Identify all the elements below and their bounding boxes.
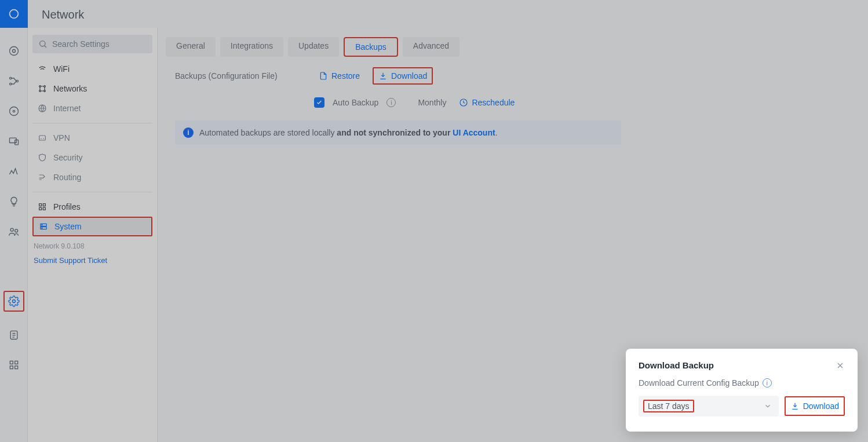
svg-point-11 [14, 229, 17, 232]
users-icon[interactable] [7, 225, 21, 239]
svg-rect-25 [39, 204, 42, 206]
nav-item-system[interactable]: System [32, 217, 152, 236]
wifi-icon [37, 64, 48, 74]
nav-label: VPN [53, 133, 70, 143]
nav-label: Security [53, 153, 83, 162]
download-label: Download [391, 71, 427, 81]
nav-label: System [54, 222, 82, 231]
close-icon[interactable] [836, 361, 845, 370]
tab-updates[interactable]: Updates [288, 37, 339, 57]
backups-row: Backups (Configuration File) Restore Dow… [166, 67, 860, 85]
divider [32, 123, 152, 123]
clock-icon [459, 98, 468, 107]
backup-range-select[interactable]: Last 7 days [639, 396, 779, 417]
svg-rect-16 [10, 366, 13, 369]
nav-label: Networks [53, 84, 87, 93]
modal-subtitle-row: Download Current Config Backup i [639, 378, 845, 388]
svg-rect-28 [43, 207, 45, 210]
restore-button[interactable]: Restore [314, 68, 364, 83]
tab-advanced[interactable]: Advanced [403, 37, 459, 57]
modal-subtitle: Download Current Config Backup [639, 378, 759, 388]
nav-item-vpn[interactable]: VPN [32, 128, 152, 148]
svg-point-22 [44, 90, 46, 92]
globe-icon [37, 103, 48, 114]
svg-rect-26 [43, 204, 45, 206]
svg-rect-17 [14, 366, 17, 369]
info-icon[interactable]: i [386, 98, 396, 107]
backups-label: Backups (Configuration File) [166, 71, 314, 81]
side-panel: Search Settings WiFi Networks Internet V… [28, 28, 158, 442]
profiles-icon [37, 202, 48, 212]
info-icon[interactable]: i [763, 378, 772, 388]
svg-point-7 [13, 110, 14, 112]
nav-version: Network 9.0.108 [32, 236, 152, 254]
svg-point-6 [9, 107, 18, 116]
nav-label: Internet [53, 104, 81, 113]
bulb-icon[interactable] [7, 195, 21, 209]
svg-point-1 [9, 47, 18, 56]
svg-point-2 [12, 50, 15, 53]
ui-account-link[interactable]: UI Account [453, 128, 495, 137]
svg-point-18 [40, 41, 45, 46]
nav-label: WiFi [53, 64, 70, 74]
select-value: Last 7 days [643, 400, 694, 412]
settings-icon[interactable] [3, 291, 24, 312]
divider [32, 192, 152, 192]
download-icon [378, 71, 388, 81]
svg-point-12 [12, 300, 15, 303]
download-button[interactable]: Download [373, 67, 433, 85]
nav-label: Profiles [53, 202, 81, 211]
tab-backups[interactable]: Backups [344, 37, 398, 57]
download-icon [790, 401, 800, 411]
svg-point-31 [42, 225, 42, 225]
svg-point-3 [9, 77, 11, 79]
vpn-icon [37, 133, 48, 143]
reschedule-label: Reschedule [472, 98, 515, 107]
tab-general[interactable]: General [166, 37, 216, 57]
auto-backup-row: Auto Backup i Monthly Reschedule [166, 95, 860, 110]
info-dot-icon: i [183, 127, 194, 138]
nav-item-routing[interactable]: Routing [32, 167, 152, 187]
restore-label: Restore [331, 71, 360, 81]
clipboard-icon[interactable] [7, 328, 21, 342]
chevron-down-icon [764, 402, 772, 410]
modal-title: Download Backup [639, 360, 714, 370]
svg-point-0 [9, 10, 18, 19]
svg-point-21 [39, 90, 41, 92]
svg-point-10 [10, 228, 13, 231]
search-input[interactable]: Search Settings [32, 35, 152, 53]
reschedule-button[interactable]: Reschedule [454, 95, 519, 110]
nav-item-profiles[interactable]: Profiles [32, 197, 152, 217]
svg-point-32 [42, 228, 42, 228]
topology-icon[interactable] [7, 74, 21, 88]
info-banner: i Automated backups are stored locally a… [175, 120, 621, 145]
download-backup-modal: Download Backup Download Current Config … [626, 349, 858, 432]
modal-download-button[interactable]: Download [785, 396, 845, 416]
nav-item-networks[interactable]: Networks [32, 79, 152, 98]
modal-download-label: Download [803, 401, 839, 411]
tab-integrations[interactable]: Integrations [220, 37, 283, 57]
svg-rect-8 [9, 138, 16, 143]
system-icon [38, 221, 49, 232]
device-icon[interactable] [7, 134, 21, 148]
apps-icon[interactable] [7, 358, 21, 372]
routing-icon [37, 172, 48, 182]
signal-icon[interactable] [7, 165, 21, 178]
svg-point-4 [9, 83, 11, 85]
nav-item-security[interactable]: Security [32, 148, 152, 167]
svg-rect-27 [39, 207, 42, 210]
tabs: General Integrations Updates Backups Adv… [166, 37, 860, 57]
frequency-label: Monthly [418, 98, 446, 107]
dashboard-icon[interactable] [7, 44, 21, 58]
banner-prefix: Automated backups are stored locally [199, 128, 337, 137]
nav-item-wifi[interactable]: WiFi [32, 59, 152, 79]
auto-backup-checkbox[interactable] [314, 97, 324, 108]
logo[interactable] [0, 0, 28, 28]
banner-text: Automated backups are stored locally and… [199, 128, 498, 137]
auto-backup-label: Auto Backup [333, 98, 378, 107]
svg-rect-15 [14, 361, 17, 364]
svg-rect-14 [10, 361, 13, 364]
nav-item-internet[interactable]: Internet [32, 98, 152, 118]
radar-icon[interactable] [7, 104, 21, 118]
support-link[interactable]: Submit Support Ticket [32, 254, 152, 267]
